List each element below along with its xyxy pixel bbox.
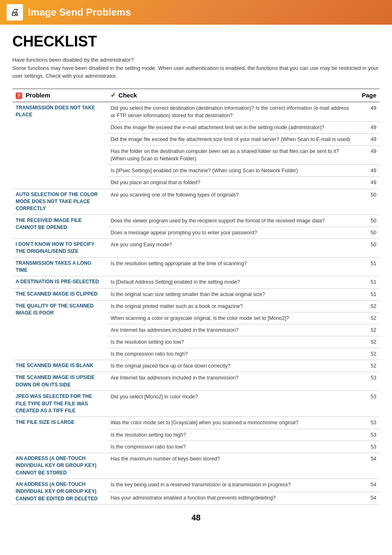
problem-cell: I DON'T KNOW HOW TO SPECIFY THE ORIGINAL… [12, 238, 107, 257]
checklist-table: ? Problem ✔ Check Page TRANSMISSION DOES… [12, 88, 380, 505]
page-cell: 54 [355, 479, 380, 492]
problem-cell: TRANSMISSION DOES NOT TAKE PLACE [12, 102, 107, 189]
page-cell: 49 [355, 102, 380, 122]
header-title: Image Send Problems [28, 7, 131, 18]
page-cell: 52 [355, 348, 380, 360]
table-row: AUTO SELECTION OF THE COLOR MODE DOES NO… [12, 189, 380, 215]
check-cell: Is the resolution setting too high? [107, 429, 355, 441]
check-cell: Does a message appear prompting you to e… [107, 227, 355, 238]
intro-text: Have functions been disabled by the admi… [12, 56, 380, 80]
page-cell: 50 [355, 215, 380, 227]
page-cell: 50 [355, 227, 380, 238]
table-row: THE FILE SIZE IS LARGEWas the color mode… [12, 417, 380, 429]
problem-cell: THE RECEIVED IMAGE FILE CANNOT BE OPENED [12, 215, 107, 238]
page-cell: 52 [355, 336, 380, 348]
table-row: THE SCANNED IMAGE IS CLIPPEDIs the origi… [12, 288, 380, 300]
col-header-check: ✔ Check [107, 89, 355, 102]
check-cell: Is the resolution setting appropriate at… [107, 257, 355, 276]
check-cell: Are you scanning one of the following ty… [107, 189, 355, 215]
check-cell: Has the maximum number of keys been stor… [107, 453, 355, 479]
page-cell: 52 [355, 312, 380, 324]
table-row: AN ADDRESS (A ONE-TOUCH INDIVIDUAL KEY O… [12, 479, 380, 492]
table-row: THE SCANNED IMAGE IS BLANKIs the origina… [12, 360, 380, 372]
page-cell: 49 [355, 133, 380, 145]
problem-cell: TRANSMISSION TAKES A LONG TIME [12, 257, 107, 276]
problem-cell: THE QUALITY OF THE SCANNED IMAGE IS POOR [12, 300, 107, 360]
page-header: 🖨 Image Send Problems [0, 0, 392, 25]
check-cell: Are Internet fax addresses included in t… [107, 324, 355, 336]
page-number: 48 [12, 513, 380, 523]
page-cell: 53 [355, 441, 380, 453]
check-cell: Are you using Easy mode? [107, 238, 355, 257]
check-cell: Is the key being used in a reserved tran… [107, 479, 355, 492]
problem-cell: A DESTINATION IS PRE-SELECTED [12, 276, 107, 288]
page-cell: 51 [355, 257, 380, 276]
check-cell: Is the compression ratio too low? [107, 441, 355, 453]
page-cell: 49 [355, 146, 380, 165]
page-cell: 52 [355, 300, 380, 312]
page-cell: 53 [355, 429, 380, 441]
check-cell: Is the resolution setting too low? [107, 336, 355, 348]
table-row: A DESTINATION IS PRE-SELECTEDIs [Default… [12, 276, 380, 288]
check-cell: Did you select the correct destination (… [107, 102, 355, 122]
col-header-page: Page [355, 89, 380, 102]
checkmark-icon: ✔ [111, 92, 116, 99]
page-cell: 53 [355, 391, 380, 417]
table-row: THE RECEIVED IMAGE FILE CANNOT BE OPENED… [12, 215, 380, 227]
problem-cell: THE SCANNED IMAGE IS UPSIDE DOWN OR ON I… [12, 372, 107, 391]
page-cell: 50 [355, 189, 380, 215]
problem-cell: AUTO SELECTION OF THE COLOR MODE DOES NO… [12, 189, 107, 215]
check-cell: Is [Default Address Setting] enabled in … [107, 276, 355, 288]
check-cell: Did you select [Mono2] in color mode? [107, 391, 355, 417]
table-row: TRANSMISSION TAKES A LONG TIMEIs the res… [12, 257, 380, 276]
page-cell: 51 [355, 276, 380, 288]
problem-cell: THE SCANNED IMAGE IS CLIPPED [12, 288, 107, 300]
intro-line2: Some functions may have been disabled in… [12, 64, 380, 80]
table-row: I DON'T KNOW HOW TO SPECIFY THE ORIGINAL… [12, 238, 380, 257]
page-cell: 53 [355, 417, 380, 429]
check-cell: Does the viewer program used by the reci… [107, 215, 355, 227]
check-cell: Is the original placed face up or face d… [107, 360, 355, 372]
header-icon: 🖨 [7, 4, 23, 21]
check-cell: Has the folder on the destination comput… [107, 146, 355, 165]
check-cell: Did the image file exceed the file attac… [107, 133, 355, 145]
page-cell: 50 [355, 238, 380, 257]
problem-cell: AN ADDRESS (A ONE-TOUCH INDIVIDUAL KEY O… [12, 453, 107, 479]
check-cell: Does the image file exceed the e-mail at… [107, 121, 355, 133]
table-row: TRANSMISSION DOES NOT TAKE PLACEDid you … [12, 102, 380, 122]
check-cell: Did you place an original that is folded… [107, 177, 355, 189]
page-cell: 54 [355, 492, 380, 505]
check-cell: Is [IPsec Settings] enabled on the machi… [107, 165, 355, 177]
check-cell: Is the original printed matter such as a… [107, 300, 355, 312]
check-cell: When scanning a color or grayscale origi… [107, 312, 355, 324]
problem-cell: THE SCANNED IMAGE IS BLANK [12, 360, 107, 372]
page-cell: 49 [355, 165, 380, 177]
check-cell: Has your administrator enabled a functio… [107, 492, 355, 505]
question-icon: ? [16, 92, 22, 99]
table-row: THE QUALITY OF THE SCANNED IMAGE IS POOR… [12, 300, 380, 312]
page-cell: 53 [355, 372, 380, 391]
table-row: THE SCANNED IMAGE IS UPSIDE DOWN OR ON I… [12, 372, 380, 391]
problem-cell: JPEG WAS SELECTED FOR THE FILE TYPE BUT … [12, 391, 107, 417]
page-content: CHECKLIST Have functions been disabled b… [0, 25, 392, 535]
check-cell: Is the compression ratio too high? [107, 348, 355, 360]
page-title: CHECKLIST [12, 33, 380, 50]
page-cell: 49 [355, 177, 380, 189]
check-cell: Is the original scan size setting smalle… [107, 288, 355, 300]
page-cell: 52 [355, 360, 380, 372]
problem-cell: THE FILE SIZE IS LARGE [12, 417, 107, 453]
table-row: JPEG WAS SELECTED FOR THE FILE TYPE BUT … [12, 391, 380, 417]
problem-cell: AN ADDRESS (A ONE-TOUCH INDIVIDUAL KEY O… [12, 479, 107, 504]
col-header-problem: ? Problem [12, 89, 107, 102]
page-cell: 49 [355, 121, 380, 133]
table-row: AN ADDRESS (A ONE-TOUCH INDIVIDUAL KEY O… [12, 453, 380, 479]
intro-line1: Have functions been disabled by the admi… [12, 56, 380, 64]
check-cell: Was the color mode set to [Grayscale] wh… [107, 417, 355, 429]
page-cell: 52 [355, 324, 380, 336]
page-cell: 51 [355, 288, 380, 300]
check-cell: Are Internet fax addresses included in t… [107, 372, 355, 391]
page-cell: 54 [355, 453, 380, 479]
